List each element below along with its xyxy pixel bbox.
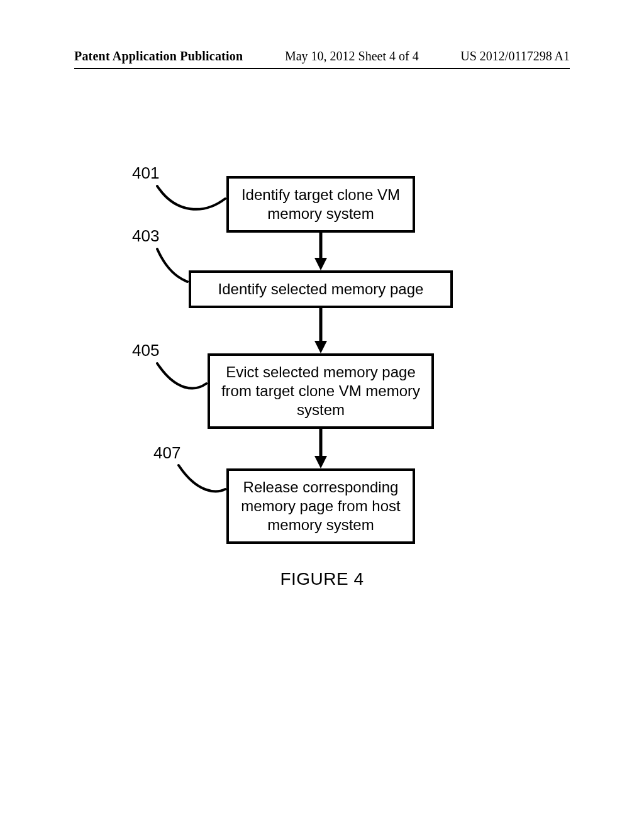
leader-line-407 bbox=[172, 459, 248, 503]
page-header: Patent Application Publication May 10, 2… bbox=[0, 49, 644, 67]
arrow-3-to-4 bbox=[313, 429, 328, 470]
svg-marker-1 bbox=[314, 258, 327, 270]
svg-marker-3 bbox=[314, 341, 327, 353]
leader-line-403 bbox=[151, 243, 226, 287]
header-rule bbox=[74, 68, 570, 69]
figure-caption: FIGURE 4 bbox=[0, 569, 644, 589]
leader-line-405 bbox=[151, 357, 226, 401]
arrow-1-to-2 bbox=[313, 233, 328, 272]
flow-step-text: Identify target clone VM memory system bbox=[235, 185, 406, 223]
flow-step-405: Evict selected memory page from target c… bbox=[208, 353, 434, 429]
flow-step-403: Identify selected memory page bbox=[189, 270, 453, 308]
figure-4: Identify target clone VM memory system I… bbox=[0, 176, 644, 654]
flow-step-407: Release corresponding memory page from h… bbox=[226, 468, 415, 544]
flow-step-401: Identify target clone VM memory system bbox=[226, 176, 415, 233]
page-header-row: Patent Application Publication May 10, 2… bbox=[0, 49, 644, 67]
flow-step-text: Release corresponding memory page from h… bbox=[235, 478, 406, 534]
publication-label: Patent Application Publication bbox=[74, 49, 243, 64]
flow-step-text: Evict selected memory page from target c… bbox=[216, 363, 425, 419]
sheet-info: May 10, 2012 Sheet 4 of 4 bbox=[285, 49, 419, 64]
svg-marker-5 bbox=[314, 456, 327, 468]
arrow-2-to-3 bbox=[313, 308, 328, 355]
page: Patent Application Publication May 10, 2… bbox=[0, 0, 644, 830]
publication-number: US 2012/0117298 A1 bbox=[460, 49, 570, 64]
flowchart: Identify target clone VM memory system I… bbox=[0, 176, 644, 654]
flow-step-text: Identify selected memory page bbox=[218, 280, 424, 299]
leader-line-401 bbox=[151, 180, 239, 218]
